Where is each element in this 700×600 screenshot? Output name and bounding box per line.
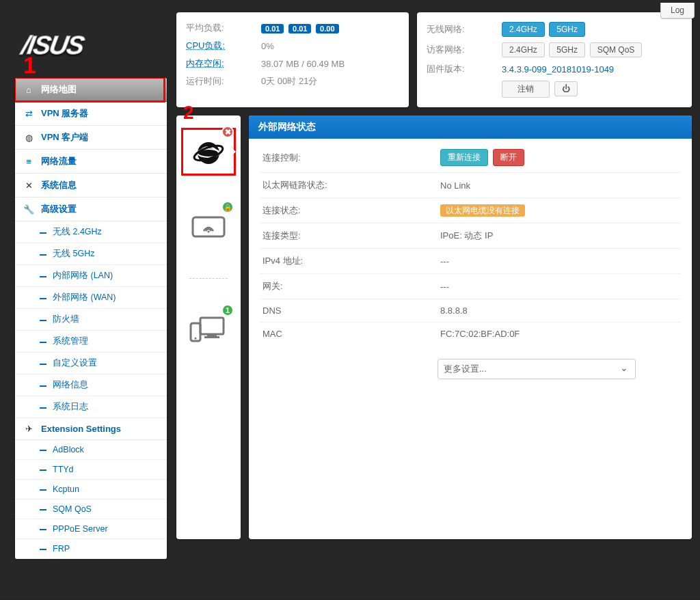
svg-point-9 — [195, 338, 197, 340]
row-label: 连接控制: — [262, 152, 440, 164]
sidebar-item-label: 系统信息 — [41, 179, 77, 191]
sidebar-item-vpn-server[interactable]: ⇄ VPN 服务器 — [15, 102, 167, 126]
sidebar-sub-custom[interactable]: 自定义设置 — [15, 353, 167, 374]
row-label: 连接状态: — [262, 204, 440, 217]
row-value: FC:7C:02:BF:AD:0F — [440, 329, 520, 339]
status-icon-column: 2 ✖ — [176, 115, 241, 539]
fw-label: 固件版本: — [427, 63, 502, 75]
sidebar-sub-adblock[interactable]: AdBlock — [15, 440, 167, 460]
sidebar-nav: ⌂ 网络地图 ⇄ VPN 服务器 ◍ VPN 客户端 ≡ 网络流量 ✕ 系统信息… — [15, 78, 167, 559]
sidebar-sub-frp[interactable]: FRP — [15, 539, 167, 559]
disconnect-button[interactable]: 断开 — [493, 149, 524, 166]
sidebar-sub-sqm[interactable]: SQM QoS — [15, 500, 167, 519]
sidebar-item-label: 高级设置 — [41, 203, 77, 215]
mem-free-link[interactable]: 内存空闲: — [186, 58, 224, 68]
sidebar-item-traffic[interactable]: ≡ 网络流量 — [15, 150, 167, 174]
row-value: IPoE: 动态 IP — [440, 230, 493, 242]
load-pill: 0.01 — [261, 24, 284, 33]
row-label: MAC — [262, 329, 440, 339]
row-value: --- — [440, 282, 449, 292]
row-label: 以太网链路状态: — [262, 179, 440, 191]
sidebar-item-network-map[interactable]: ⌂ 网络地图 — [15, 78, 167, 102]
guest-label: 访客网络: — [427, 44, 502, 56]
more-settings-select[interactable]: 更多设置... — [438, 359, 636, 379]
brand-logo: /ISUS — [19, 31, 85, 60]
cpu-load-link[interactable]: CPU负载: — [186, 40, 225, 51]
log-button[interactable]: Log — [660, 3, 695, 18]
wan-detail-card: 外部网络状态 连接控制: 重新连接 断开 以太网链路状态: No Link — [249, 115, 692, 539]
guest-24-button[interactable]: 2.4GHz — [502, 42, 545, 57]
clients-status-icon[interactable]: 1 — [181, 306, 236, 354]
detail-title: 外部网络状态 — [249, 115, 692, 139]
sidebar-item-label: 网络地图 — [41, 83, 77, 96]
sidebar-sub-ttyd[interactable]: TTYd — [15, 460, 167, 480]
stats-card-left: 平均负载: 0.01 0.01 0.00 CPU负载: 0% 内存空闲: 38.… — [176, 12, 409, 107]
wifi-label: 无线网络: — [427, 23, 502, 36]
count-badge: 1 — [221, 304, 234, 316]
shuffle-icon: ⇄ — [23, 109, 34, 119]
row-label: 网关: — [262, 280, 440, 292]
row-label: 连接类型: — [262, 230, 440, 242]
home-icon: ⌂ — [23, 85, 34, 95]
row-value: No Link — [440, 180, 470, 191]
sidebar-sub-syslog[interactable]: 系统日志 — [15, 396, 167, 418]
svg-point-4 — [207, 230, 209, 232]
sidebar-item-extension[interactable]: ✈ Extension Settings — [15, 418, 167, 440]
annotation-2: 2 — [183, 102, 194, 124]
svg-rect-7 — [204, 336, 219, 338]
sidebar-sub-netinfo[interactable]: 网络信息 — [15, 374, 167, 396]
logout-button[interactable]: 注销 — [502, 81, 550, 98]
uptime-value: 0天 00时 21分 — [261, 75, 317, 87]
globe-icon — [191, 134, 226, 169]
row-value: --- — [440, 256, 449, 267]
wifi-5-button[interactable]: 5GHz — [549, 22, 585, 37]
globe-icon: ◍ — [23, 133, 34, 143]
avg-load-label: 平均负载: — [186, 22, 261, 34]
wifi-status-icon[interactable]: 🔒 — [181, 203, 236, 251]
sidebar-sub-sysadm[interactable]: 系统管理 — [15, 331, 167, 353]
status-badge: 以太网电缆没有连接 — [440, 204, 525, 217]
wan-status-icon[interactable]: ✖ — [181, 128, 236, 176]
svg-rect-6 — [207, 334, 217, 336]
wrench-icon: 🔧 — [23, 204, 34, 215]
plane-icon: ✈ — [23, 424, 34, 434]
power-button[interactable] — [554, 81, 578, 96]
devices-icon — [188, 315, 229, 345]
mem-free-value: 38.07 MB / 60.49 MB — [261, 59, 345, 69]
load-pill: 0.01 — [288, 24, 311, 33]
sidebar-sub-wifi24[interactable]: 无线 2.4GHz — [15, 221, 167, 243]
sidebar-sub-lan[interactable]: 内部网络 (LAN) — [15, 265, 167, 287]
sidebar-sub-pppoe[interactable]: PPPoE Server — [15, 519, 167, 539]
stats-card-right: 无线网络: 2.4GHz 5GHz 访客网络: 2.4GHz 5GHz SQM … — [417, 12, 692, 107]
tablet-wifi-icon — [190, 213, 227, 241]
sidebar-sub-kcptun[interactable]: Kcptun — [15, 480, 167, 500]
guest-sqm-button[interactable]: SQM QoS — [590, 42, 643, 57]
sidebar-sub-wifi5[interactable]: 无线 5GHz — [15, 243, 167, 265]
sidebar-sub-fw[interactable]: 防火墙 — [15, 309, 167, 331]
sidebar-item-sysinfo[interactable]: ✕ 系统信息 — [15, 174, 167, 197]
sidebar-item-label: VPN 服务器 — [41, 107, 88, 120]
row-value: 8.8.8.8 — [440, 305, 468, 316]
load-pill: 0.00 — [316, 24, 338, 33]
cpu-load-value: 0% — [261, 41, 274, 51]
svg-rect-5 — [200, 318, 224, 334]
bars-icon: ≡ — [23, 156, 34, 167]
sidebar-item-vpn-client[interactable]: ◍ VPN 客户端 — [15, 126, 167, 150]
sidebar-item-label: VPN 客户端 — [41, 131, 88, 144]
guest-5-button[interactable]: 5GHz — [549, 42, 585, 57]
cross-icon: ✕ — [23, 180, 34, 191]
sidebar-item-label: Extension Settings — [41, 424, 121, 434]
wifi-24-button[interactable]: 2.4GHz — [502, 22, 545, 37]
sidebar-item-advanced[interactable]: 🔧 高级设置 — [15, 197, 167, 221]
lock-badge-icon: 🔒 — [221, 201, 234, 213]
sidebar-item-label: 网络流量 — [41, 155, 77, 167]
divider — [189, 278, 228, 279]
error-badge-icon: ✖ — [221, 126, 234, 138]
fw-version-link[interactable]: 3.4.3.9-099_20181019-1049 — [502, 64, 614, 74]
row-label: DNS — [262, 305, 440, 316]
row-label: IPv4 地址: — [262, 255, 440, 267]
uptime-label: 运行时间: — [186, 75, 261, 87]
reconnect-button[interactable]: 重新连接 — [440, 149, 488, 166]
sidebar-sub-wan[interactable]: 外部网络 (WAN) — [15, 287, 167, 309]
